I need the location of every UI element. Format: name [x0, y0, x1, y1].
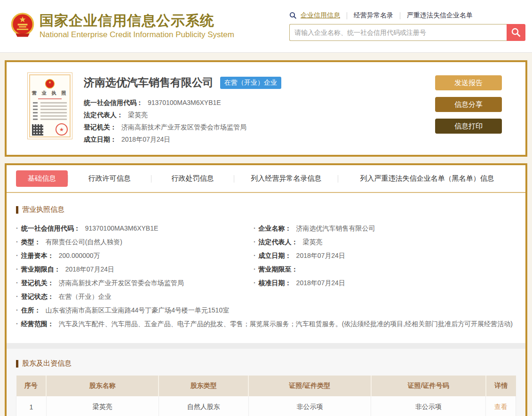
- nav-enterprise-credit-info[interactable]: 企业信用信息: [301, 11, 340, 20]
- cell-certificate-type: 非公示项: [248, 396, 371, 416]
- field-business-scope: 经营范围：汽车及汽车配件、汽车用品、五金产品、电子产品的批发、零售；展览展示服务…: [16, 317, 516, 331]
- tab-serious-violation-blacklist[interactable]: 列入严重违法失信企业名单（黑名单）信息: [338, 174, 516, 183]
- search-bar: [289, 24, 525, 41]
- license-text-line: [33, 119, 67, 120]
- nav-abnormal-operations-list[interactable]: 经营异常名录: [354, 11, 393, 20]
- view-detail-link[interactable]: 查看: [494, 403, 508, 410]
- section-title-license-info: 营业执照信息: [16, 205, 516, 214]
- license-text-line: [33, 105, 67, 107]
- cell-shareholder-name: 梁英亮: [46, 396, 159, 416]
- license-text-line: [33, 109, 67, 110]
- detail-panel: 基础信息 行政许可信息 行政处罚信息 列入经营异常名录信息 列入严重违法失信企业…: [5, 163, 527, 416]
- shareholders-table: 序号 股东名称 股东类型 证照/证件类型 证照/证件号码 详情 1 梁英亮 自然…: [16, 376, 516, 416]
- field-term-to: 营业期限至：: [254, 263, 516, 276]
- license-qr-code: [32, 124, 43, 136]
- col-header-shareholder-name: 股东名称: [46, 376, 159, 396]
- search-button[interactable]: [507, 24, 525, 41]
- field-credit-code: 统一社会信用代码：91370100MA3M6XYB1E: [16, 222, 254, 235]
- tab-abnormal-operations[interactable]: 列入经营异常名录信息: [234, 174, 338, 183]
- license-text-line: [33, 102, 67, 104]
- col-header-index: 序号: [16, 376, 47, 396]
- field-registration-status: 登记状态：在营（开业）企业: [16, 290, 254, 304]
- license-title: 营 业 执 照: [32, 90, 68, 96]
- field-legal-rep: 法定代表人：梁英亮: [254, 235, 516, 249]
- tab-basic-info[interactable]: 基础信息: [16, 170, 68, 187]
- company-status-badge: 在营（开业）企业: [220, 77, 281, 89]
- field-term-from: 营业期限自：2018年07月24日: [16, 263, 254, 276]
- shareholders-table-header-row: 序号 股东名称 股东类型 证照/证件类型 证照/证件号码 详情: [16, 376, 516, 396]
- field-address: 住所：山东省济南市高新区工业南路44号丁豪广场4号楼一单元1510室: [16, 304, 516, 317]
- company-field-establish-date: 成立日期：2018年07月24日: [84, 133, 430, 145]
- business-license-info-section: 营业执照信息 统一社会信用代码：91370100MA3M6XYB1E 类型：有限…: [7, 193, 525, 343]
- section-title-bar: [16, 360, 18, 368]
- col-header-certificate-number: 证照/证件号码: [371, 376, 486, 396]
- tab-bar: 基础信息 行政许可信息 行政处罚信息 列入经营异常名录信息 列入严重违法失信企业…: [7, 165, 525, 193]
- national-emblem-logo: [10, 12, 35, 40]
- field-company-type: 类型：有限责任公司(自然人独资): [16, 235, 254, 249]
- field-registration-authority: 登记机关：济南高新技术产业开发区管委会市场监管局: [16, 276, 254, 290]
- search-icon: [289, 12, 297, 19]
- field-registered-capital: 注册资本：200.000000万: [16, 249, 254, 263]
- shareholders-section: 股东及出资信息 序号 股东名称 股东类型 证照/证件类型 证照/证件号码 详情 …: [7, 343, 525, 416]
- print-info-button[interactable]: 信息打印: [435, 119, 502, 134]
- field-company-name: 企业名称：济南选优汽车销售有限公司: [254, 222, 516, 235]
- section-title-shareholders: 股东及出资信息: [16, 359, 516, 368]
- license-text-line: [33, 112, 67, 113]
- cell-certificate-number: 非公示项: [371, 396, 486, 416]
- site-header: 国家企业信用信息公示系统 National Enterprise Credit …: [0, 0, 532, 53]
- license-emblem-icon: [45, 79, 55, 89]
- license-text-line: [33, 115, 67, 117]
- search-button-icon: [511, 27, 521, 38]
- license-red-line: [38, 98, 62, 99]
- col-header-certificate-type: 证照/证件类型: [248, 376, 371, 396]
- send-report-button[interactable]: 发送报告: [435, 75, 502, 90]
- field-approval-date: 核准日期：2018年07月24日: [254, 276, 516, 290]
- site-title: 国家企业信用信息公示系统: [40, 13, 234, 29]
- company-summary-card: 营 业 执 照 ★ 济南选优汽车销售有限公司 在营（开业）企业 统一社会信用代码…: [5, 60, 527, 157]
- table-row: 1 梁英亮 自然人股东 非公示项 非公示项 查看: [16, 396, 516, 416]
- search-input[interactable]: [289, 24, 507, 41]
- company-field-credit-code: 统一社会信用代码：91370100MA3M6XYB1E: [84, 96, 430, 109]
- tab-administrative-penalty[interactable]: 行政处罚信息: [151, 174, 234, 183]
- nav-divider: [400, 12, 400, 19]
- col-header-shareholder-type: 股东类型: [159, 376, 248, 396]
- field-establish-date: 成立日期：2018年07月24日: [254, 249, 516, 263]
- cell-index: 1: [16, 396, 47, 416]
- top-nav: 企业信用信息 经营异常名录 严重违法失信企业名单: [289, 11, 525, 20]
- license-red-seal: ★: [56, 123, 68, 136]
- col-header-detail: 详情: [486, 376, 516, 396]
- company-field-registration-authority: 登记机关：济南高新技术产业开发区管委会市场监管局: [84, 121, 430, 133]
- business-license-thumbnail[interactable]: 营 业 执 照 ★: [27, 72, 72, 139]
- company-field-legal-rep: 法定代表人：梁英亮: [84, 109, 430, 121]
- cell-shareholder-type: 自然人股东: [159, 396, 248, 416]
- nav-serious-violation-list[interactable]: 严重违法失信企业名单: [407, 11, 473, 20]
- section-title-bar: [16, 206, 18, 214]
- share-info-button[interactable]: 信息分享: [435, 97, 502, 112]
- tab-administrative-license[interactable]: 行政许可信息: [68, 174, 151, 183]
- company-name: 济南选优汽车销售有限公司: [84, 75, 214, 90]
- nav-divider: [347, 12, 347, 19]
- site-subtitle: National Enterprise Credit Information P…: [40, 30, 234, 40]
